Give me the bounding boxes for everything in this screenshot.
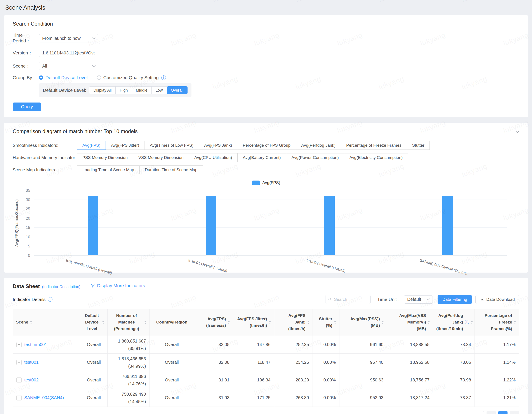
time-unit-select[interactable]: Default xyxy=(404,295,433,304)
time-period-select[interactable]: From launch to now xyxy=(39,34,98,42)
expand-row-button[interactable]: + xyxy=(16,395,22,400)
expand-row-button[interactable]: + xyxy=(16,360,22,365)
col-header-device[interactable]: Default Device Level xyxy=(80,309,107,336)
next-page-button[interactable] xyxy=(510,411,519,414)
sort-icon[interactable] xyxy=(228,321,230,324)
indicator-button[interactable]: VSS Memory Dimension xyxy=(133,153,189,162)
indicator-button[interactable]: Avg(CPU Utilization) xyxy=(189,153,238,162)
scene-link[interactable]: test_nm001 xyxy=(24,342,47,347)
scene-link[interactable]: SANME_004(SAN4) xyxy=(24,395,64,400)
device-level-button[interactable]: High xyxy=(115,86,132,94)
radio-default-device-level[interactable] xyxy=(39,75,43,80)
indicator-button[interactable]: Percentage of FPS Group xyxy=(237,141,296,150)
col-header-fps[interactable]: Avg(FPS) (frames/s) xyxy=(194,309,233,336)
bar-2[interactable] xyxy=(206,196,216,255)
bar-slot xyxy=(152,190,270,256)
expand-row-button[interactable]: + xyxy=(16,342,22,347)
indicator-button[interactable]: Avg(FPS Jank) xyxy=(199,141,237,150)
current-page-button[interactable]: 1 xyxy=(498,411,508,414)
sort-icon[interactable] xyxy=(102,321,104,324)
chart-legend[interactable]: Avg(FPS) xyxy=(13,180,519,185)
cell-jank: 283.29 xyxy=(274,371,313,389)
expand-row-button[interactable]: + xyxy=(16,377,22,383)
cell-device: Overall xyxy=(80,354,107,371)
data-download-button[interactable]: Data Download xyxy=(475,295,519,304)
display-more-indicators[interactable]: Display More Indicators xyxy=(90,283,145,288)
bar-slot xyxy=(34,190,152,256)
col-header-matches[interactable]: Number of Matches (Percentage) xyxy=(107,309,150,336)
device-level-button[interactable]: Display All xyxy=(89,86,116,94)
sort-icon[interactable] xyxy=(471,321,473,324)
indicator-rows: Smoothness Indicators:Avg(FPS)Avg(FPS Ji… xyxy=(13,141,519,174)
sort-asc-caret xyxy=(382,321,384,322)
cell-freeze: 1.17% xyxy=(475,336,519,354)
header-label: Percentage of Freeze Frames(%) xyxy=(478,312,512,332)
col-header-vss[interactable]: Avg(Max(VSS Memory)) (MB) xyxy=(387,309,433,336)
sort-desc-caret xyxy=(102,323,104,324)
indicator-button[interactable]: Loading Time of Scene Map xyxy=(77,165,140,174)
sort-icon[interactable] xyxy=(334,321,336,324)
cell-stutter: 0.00% xyxy=(313,371,339,389)
prev-page-button[interactable] xyxy=(486,411,496,414)
sort-icon[interactable] xyxy=(307,321,310,324)
indicator-button[interactable]: Duration Time of Scene Map xyxy=(139,165,203,174)
sort-asc-caret xyxy=(269,321,271,322)
device-level-button[interactable]: Middle xyxy=(132,86,152,94)
device-level-button[interactable]: Low xyxy=(152,86,167,94)
indicator-button[interactable]: Avg(FPS Jitter) xyxy=(105,141,144,150)
device-level-button[interactable]: Overall xyxy=(167,86,188,94)
col-header-scene[interactable]: Scene xyxy=(13,309,80,336)
indicator-button[interactable]: Percentage of Freeze Frames xyxy=(341,141,407,150)
col-header-jank[interactable]: Avg(FPS Jank) (times/h) xyxy=(274,309,313,336)
sort-icon[interactable] xyxy=(269,321,271,324)
info-icon[interactable]: i xyxy=(48,297,52,302)
col-header-perfdog[interactable]: Avg(Perfdog Jank) (times/10min)i xyxy=(433,309,475,336)
cell-device: Overall xyxy=(80,336,107,354)
scene-link[interactable]: test002 xyxy=(24,377,39,383)
bar-1[interactable] xyxy=(88,196,98,255)
table-head: SceneDefault Device LevelNumber of Match… xyxy=(13,309,519,336)
cell-fps: 32.08 xyxy=(194,354,233,371)
sort-icon[interactable] xyxy=(514,321,516,324)
radio-label-customized-quality-setting[interactable]: Customized Quality Setting xyxy=(103,75,159,80)
cell-device: Overall xyxy=(80,389,107,407)
page-size-select[interactable]: 10/page xyxy=(459,411,484,414)
col-header-pss[interactable]: Avg(Max(PSS)) (MB) xyxy=(339,309,387,336)
indicator-button[interactable]: Avg(Perfdog Jank) xyxy=(296,141,341,150)
indicator-button[interactable]: Avg(FPS) xyxy=(77,141,106,150)
indicator-button[interactable]: Avg(Power Consumption) xyxy=(286,153,344,162)
version-input[interactable] xyxy=(39,49,98,57)
cell-device: Overall xyxy=(80,371,107,389)
col-header-stutter[interactable]: Stutter (%) xyxy=(313,309,339,336)
y-axis-title: Avg(FPS)(Frames/Second) xyxy=(14,199,19,247)
query-button[interactable]: Query xyxy=(13,103,41,111)
data-filtering-button[interactable]: Data Filtering xyxy=(437,295,472,304)
header-label: Stutter (%) xyxy=(316,316,332,329)
bar-3[interactable] xyxy=(324,196,335,255)
sort-icon[interactable] xyxy=(382,321,384,324)
radio-customized-quality-setting[interactable] xyxy=(97,75,101,80)
scene-link[interactable]: test001 xyxy=(24,360,39,365)
indicator-button[interactable]: Avg(Times of Low FPS) xyxy=(144,141,199,150)
indicator-button[interactable]: Avg(Electricity Consumption) xyxy=(344,153,408,162)
header-inner: Avg(FPS Jank) (times/h) xyxy=(277,312,310,332)
search-input[interactable] xyxy=(333,297,368,302)
cell-vss: 18,756.77 xyxy=(387,371,433,389)
sort-asc-caret xyxy=(144,321,146,322)
bar-4[interactable] xyxy=(442,196,453,255)
info-icon[interactable]: i xyxy=(465,320,469,324)
table-search[interactable] xyxy=(325,295,371,304)
info-icon[interactable]: i xyxy=(161,75,166,80)
radio-label-default-device-level[interactable]: Default Device Level xyxy=(46,75,88,80)
col-header-jitter[interactable]: Avg(FPS Jitter) (times/h) xyxy=(233,309,274,336)
indicator-button[interactable]: PSS Memory Dimension xyxy=(77,153,133,162)
indicator-description-link[interactable]: (Indicator Description) xyxy=(42,285,80,289)
col-header-freeze[interactable]: Percentage of Freeze Frames(%) xyxy=(475,309,519,336)
sort-icon[interactable] xyxy=(428,321,430,324)
scene-select[interactable]: All xyxy=(39,62,98,70)
indicator-button[interactable]: Stutter xyxy=(407,141,430,150)
sort-icon[interactable] xyxy=(144,321,146,324)
indicator-button[interactable]: Avg(Battery Current) xyxy=(237,153,286,162)
sort-icon[interactable] xyxy=(30,321,32,324)
search-icon xyxy=(328,297,332,302)
